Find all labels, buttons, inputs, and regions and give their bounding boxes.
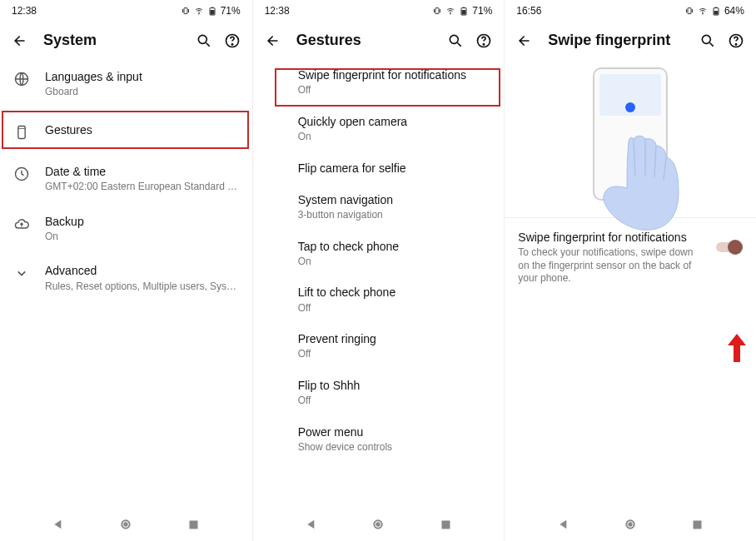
svg-point-16 xyxy=(450,13,451,14)
status-icons: 71% xyxy=(181,5,241,17)
row-label: Backup xyxy=(45,214,239,229)
row-sublabel: Gboard xyxy=(45,86,239,99)
toggle-description: To check your notifications, swipe down … xyxy=(518,246,706,285)
row-advanced[interactable]: Advanced Rules, Reset options, Multiple … xyxy=(0,253,252,303)
help-button[interactable] xyxy=(728,32,744,49)
battery-icon xyxy=(459,6,469,16)
svg-rect-3 xyxy=(210,10,214,15)
arrow-up-annotation xyxy=(728,334,746,362)
nav-home-button[interactable] xyxy=(119,518,132,531)
row-label: Lift to check phone xyxy=(298,285,491,300)
title-bar: System xyxy=(0,20,252,59)
row-backup[interactable]: Backup On xyxy=(0,204,252,254)
toggle-switch[interactable] xyxy=(716,240,743,255)
svg-point-5 xyxy=(198,35,206,43)
svg-rect-18 xyxy=(462,10,466,15)
status-bar: 16:56 64% xyxy=(505,0,756,20)
help-button[interactable] xyxy=(475,32,492,49)
battery-text: 64% xyxy=(724,5,744,17)
status-icons: 64% xyxy=(684,5,744,17)
nav-home-button[interactable] xyxy=(371,518,385,531)
row-power-menu[interactable]: Power menu Show device controls xyxy=(253,416,505,463)
illustration xyxy=(505,59,756,217)
nav-back-button[interactable] xyxy=(557,518,570,531)
svg-rect-36 xyxy=(694,520,702,529)
svg-point-20 xyxy=(450,35,459,43)
svg-point-1 xyxy=(198,13,199,14)
row-lift-check[interactable]: Lift to check phone Off xyxy=(253,276,505,323)
vibrate-icon xyxy=(181,6,191,16)
svg-rect-25 xyxy=(441,520,450,529)
search-button[interactable] xyxy=(196,32,212,49)
row-label: Languages & input xyxy=(45,69,239,84)
svg-point-22 xyxy=(484,43,485,44)
globe-icon xyxy=(13,71,30,87)
battery-icon xyxy=(207,6,217,16)
row-label: Power menu xyxy=(298,424,491,439)
row-sublabel: Off xyxy=(298,84,491,97)
phone-swipe-fingerprint: 16:56 64% Swipe fingerprint xyxy=(504,0,756,541)
row-label: Quickly open camera xyxy=(298,114,491,129)
svg-rect-30 xyxy=(715,7,717,8)
nav-recents-button[interactable] xyxy=(691,518,704,531)
status-time: 16:56 xyxy=(516,5,541,17)
row-flip-shhh[interactable]: Flip to Shhh Off xyxy=(253,370,505,416)
svg-point-7 xyxy=(231,43,232,44)
battery-text: 71% xyxy=(221,5,241,17)
row-swipe-fingerprint[interactable]: Swipe fingerprint for notifications Off xyxy=(253,59,505,106)
phone-outline-icon xyxy=(13,124,30,141)
page-title: System xyxy=(43,32,181,49)
page-title: Swipe fingerprint xyxy=(548,32,684,49)
svg-rect-14 xyxy=(189,520,197,529)
row-prevent-ringing[interactable]: Prevent ringing Off xyxy=(253,323,505,370)
nav-recents-button[interactable] xyxy=(187,518,200,531)
navigation-bar xyxy=(505,506,756,541)
back-button[interactable] xyxy=(265,32,281,49)
phone-system-settings: 12:38 71% System Languages & in xyxy=(0,0,252,541)
cloud-up-icon xyxy=(13,216,30,232)
row-sublabel: 3-button navigation xyxy=(298,209,491,222)
row-sublabel: Off xyxy=(298,348,491,361)
row-label: System navigation xyxy=(298,192,491,207)
row-quick-camera[interactable]: Quickly open camera On xyxy=(253,106,505,152)
row-sublabel: Show device controls xyxy=(298,441,491,454)
vibrate-icon xyxy=(684,6,694,16)
fingerprint-dot-icon xyxy=(625,102,635,112)
svg-rect-26 xyxy=(688,8,691,14)
row-label: Tap to check phone xyxy=(298,239,491,254)
row-flip-camera[interactable]: Flip camera for selfie xyxy=(253,152,505,184)
row-system-nav[interactable]: System navigation 3-button navigation xyxy=(253,184,505,231)
svg-rect-0 xyxy=(184,8,187,14)
row-sublabel: Off xyxy=(298,395,491,408)
phone-gestures-settings: 12:38 71% Gestures Swipe fingerprint for… xyxy=(252,0,505,541)
row-languages-input[interactable]: Languages & input Gboard xyxy=(0,59,252,109)
nav-recents-button[interactable] xyxy=(439,518,452,531)
battery-icon xyxy=(711,6,721,16)
navigation-bar xyxy=(253,506,505,541)
help-button[interactable] xyxy=(224,32,241,49)
row-label: Flip to Shhh xyxy=(298,378,491,393)
search-button[interactable] xyxy=(699,32,716,49)
nav-back-button[interactable] xyxy=(52,518,65,531)
chevron-down-icon xyxy=(13,265,30,281)
row-date-time[interactable]: Date & time GMT+02:00 Eastern European S… xyxy=(0,154,252,204)
search-button[interactable] xyxy=(447,32,464,49)
row-label: Swipe fingerprint for notifications xyxy=(298,67,491,82)
svg-rect-29 xyxy=(714,11,718,15)
title-bar: Swipe fingerprint xyxy=(505,20,756,59)
row-sublabel: GMT+02:00 Eastern European Standard Time xyxy=(45,181,239,194)
svg-rect-15 xyxy=(435,8,439,14)
svg-point-35 xyxy=(628,522,632,526)
row-label: Flip camera for selfie xyxy=(298,161,491,176)
row-tap-check[interactable]: Tap to check phone On xyxy=(253,231,505,277)
row-gestures[interactable]: Gestures xyxy=(0,109,252,154)
nav-home-button[interactable] xyxy=(624,518,637,531)
back-button[interactable] xyxy=(516,32,533,49)
svg-rect-4 xyxy=(211,7,213,8)
status-icons: 71% xyxy=(432,5,492,17)
svg-rect-19 xyxy=(463,7,465,8)
row-label: Date & time xyxy=(45,164,239,179)
back-button[interactable] xyxy=(12,32,28,49)
nav-back-button[interactable] xyxy=(305,518,318,531)
status-bar: 12:38 71% xyxy=(253,0,505,20)
